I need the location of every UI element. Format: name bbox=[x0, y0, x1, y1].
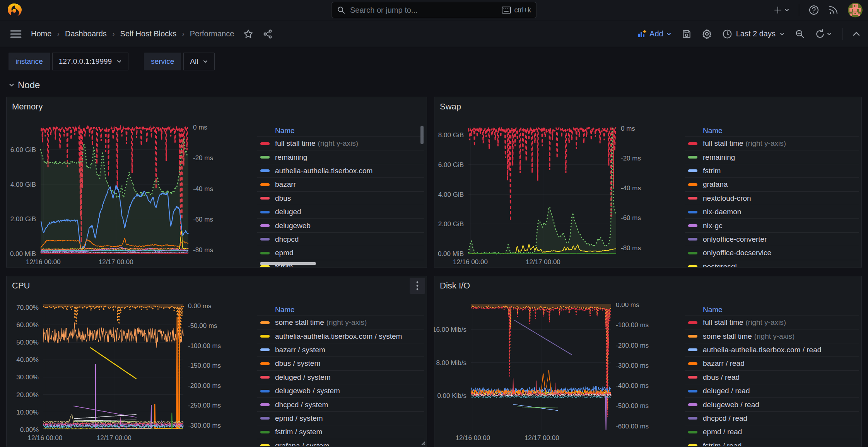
legend-row[interactable]: onlyoffice-converter bbox=[685, 232, 859, 246]
legend-row[interactable]: some stall time(right y-axis) bbox=[257, 316, 424, 329]
panel-resize-handle[interactable] bbox=[420, 440, 425, 445]
top-bar: Search or jump to... ctrl+k bbox=[0, 0, 868, 20]
collapse-toolbar-icon[interactable] bbox=[853, 31, 860, 37]
series-color-swatch bbox=[688, 142, 697, 145]
legend-name-header[interactable]: Name bbox=[685, 124, 859, 136]
series-label: epmd / system bbox=[275, 414, 323, 423]
legend-row[interactable]: full stall time(right y-axis) bbox=[685, 136, 859, 150]
legend-row[interactable]: dhcpcd / system bbox=[257, 398, 424, 411]
swap-chart[interactable]: 8.00 GiB6.00 GiB4.00 GiB2.00 GiB0.00 MiB… bbox=[434, 124, 685, 268]
legend-row[interactable]: delugeweb / read bbox=[685, 398, 859, 411]
instance-filter-select[interactable]: 127.0.0.1:19999 bbox=[52, 53, 128, 70]
legend-row[interactable]: postgresql bbox=[685, 260, 859, 267]
legend-row[interactable]: nix-gc bbox=[685, 218, 859, 232]
panel-title[interactable]: Disk I/O bbox=[440, 281, 470, 291]
time-range-label: Last 2 days bbox=[736, 29, 776, 38]
y-axis-tick-label: 60.00% bbox=[16, 321, 39, 329]
legend-row[interactable]: delugeweb / system bbox=[257, 384, 424, 398]
user-avatar[interactable] bbox=[848, 3, 863, 17]
legend-row[interactable]: dbus bbox=[257, 191, 424, 205]
legend-row[interactable]: epmd / system bbox=[257, 411, 424, 425]
legend-row[interactable]: grafana bbox=[685, 177, 859, 191]
legend-row[interactable]: fstrim / read bbox=[685, 439, 859, 446]
share-icon[interactable] bbox=[263, 29, 273, 39]
legend-row[interactable]: nix-daemon bbox=[685, 205, 859, 218]
y-axis-tick-label: 6.00 GiB bbox=[438, 161, 464, 169]
row-node-toggle[interactable]: Node bbox=[9, 80, 40, 90]
panel-menu-button[interactable] bbox=[410, 278, 425, 294]
add-button[interactable]: Add bbox=[637, 29, 672, 39]
breadcrumb-dashboards[interactable]: Dashboards bbox=[65, 29, 107, 38]
series-label-suffix: (right y-axis) bbox=[754, 332, 795, 341]
series-color-swatch bbox=[688, 403, 697, 406]
zoom-out-icon[interactable] bbox=[795, 29, 805, 39]
breadcrumb-home[interactable]: Home bbox=[31, 29, 51, 38]
save-dashboard-icon[interactable] bbox=[682, 29, 692, 39]
refresh-button[interactable] bbox=[815, 29, 832, 39]
legend-row[interactable]: epmd / read bbox=[685, 425, 859, 438]
legend-row[interactable]: authelia-authelia.tiserbox.com bbox=[257, 164, 424, 177]
legend-row[interactable]: bazarr / system bbox=[257, 343, 424, 357]
legend-row[interactable]: deluged bbox=[257, 205, 424, 218]
cpu-chart[interactable]: 70.00%60.00%50.00%40.00%30.00%20.00%10.0… bbox=[7, 303, 257, 447]
legend-row[interactable]: epmd bbox=[257, 246, 424, 259]
legend-row[interactable]: dbus / read bbox=[685, 370, 859, 384]
right-y-axis-tick-label: -300.00 ms bbox=[616, 362, 649, 369]
panel-title[interactable]: Memory bbox=[12, 102, 43, 112]
legend-row[interactable]: deluged / system bbox=[257, 370, 424, 384]
series-label: grafana / system bbox=[275, 442, 329, 446]
legend-row[interactable]: fstrim / system bbox=[257, 425, 424, 438]
legend-row[interactable]: remaining bbox=[257, 150, 424, 164]
legend-row[interactable]: some stall time(right y-axis) bbox=[685, 329, 859, 343]
right-y-axis-tick-label: -20 ms bbox=[621, 155, 641, 162]
panel-title[interactable]: Swap bbox=[440, 102, 461, 112]
legend-row[interactable]: full stall time(right y-axis) bbox=[257, 136, 424, 150]
legend-row[interactable]: bazarr / read bbox=[685, 357, 859, 370]
time-range-picker[interactable]: Last 2 days bbox=[722, 29, 785, 39]
panel-title[interactable]: CPU bbox=[12, 281, 30, 291]
legend-row[interactable]: bazarr bbox=[257, 177, 424, 191]
dashboard-settings-gear-icon[interactable] bbox=[702, 29, 712, 39]
legend-row[interactable]: onlyoffice-docservice bbox=[685, 246, 859, 259]
legend-horizontal-scrollbar[interactable] bbox=[260, 262, 316, 265]
legend-row[interactable]: delugeweb bbox=[257, 218, 424, 232]
panel-memory: Memory 6.00 GiB4.00 GiB2.00 GiB0.00 MiB0… bbox=[6, 97, 427, 268]
right-y-axis-tick-label: -40 ms bbox=[621, 184, 641, 192]
disk-io-chart[interactable]: 16.00 Mib/s8.00 Mib/s0.00 Kib/s0.00 ms-1… bbox=[434, 303, 685, 447]
mega-menu-icon[interactable] bbox=[10, 29, 22, 39]
legend-row[interactable]: remaining bbox=[685, 150, 859, 164]
legend-vertical-scrollbar[interactable] bbox=[420, 126, 424, 144]
legend-row[interactable]: deluged / read bbox=[685, 384, 859, 398]
legend-row[interactable]: fstrim bbox=[685, 164, 859, 177]
series-label: authelia-authelia.tiserbox.com / system bbox=[275, 332, 402, 341]
series-color-swatch bbox=[260, 156, 270, 159]
legend-row[interactable]: dbus / system bbox=[257, 357, 424, 370]
legend-name-header[interactable]: Name bbox=[257, 303, 424, 316]
breadcrumb-self-host-blocks[interactable]: Self Host Blocks bbox=[120, 29, 177, 38]
help-button[interactable] bbox=[808, 5, 819, 15]
service-filter-select[interactable]: All bbox=[183, 53, 215, 70]
plus-icon bbox=[773, 5, 783, 15]
new-button[interactable] bbox=[773, 5, 789, 15]
legend-name-header[interactable]: Name bbox=[685, 303, 859, 316]
help-icon bbox=[808, 5, 819, 15]
legend-row[interactable]: dhcpcd bbox=[257, 232, 424, 246]
legend-row[interactable]: authelia-authelia.tiserbox.com / system bbox=[257, 329, 424, 343]
grafana-logo-icon[interactable] bbox=[6, 2, 22, 18]
x-axis-tick-label: 12/17 00:00 bbox=[525, 434, 559, 442]
legend-row[interactable]: grafana / system bbox=[257, 439, 424, 446]
x-axis-tick-label: 12/17 00:00 bbox=[99, 258, 133, 266]
series-color-swatch bbox=[260, 335, 270, 338]
favorite-star-icon[interactable] bbox=[243, 29, 253, 39]
right-y-axis-tick-label: -300.00 ms bbox=[188, 422, 221, 429]
legend-row[interactable]: authelia-authelia.tiserbox.com / read bbox=[685, 343, 859, 357]
news-button[interactable] bbox=[829, 5, 839, 15]
series-label: fstrim / read bbox=[703, 442, 742, 446]
legend-row[interactable]: dhcpcd / read bbox=[685, 411, 859, 425]
legend-row[interactable]: full stall time(right y-axis) bbox=[685, 316, 859, 329]
legend-name-header[interactable]: Name bbox=[257, 124, 424, 136]
series-color-swatch bbox=[688, 169, 697, 172]
search-input[interactable]: Search or jump to... ctrl+k bbox=[331, 2, 537, 18]
memory-chart[interactable]: 6.00 GiB4.00 GiB2.00 GiB0.00 MiB0 ms-20 … bbox=[7, 124, 257, 268]
legend-row[interactable]: nextcloud-cron bbox=[685, 191, 859, 205]
